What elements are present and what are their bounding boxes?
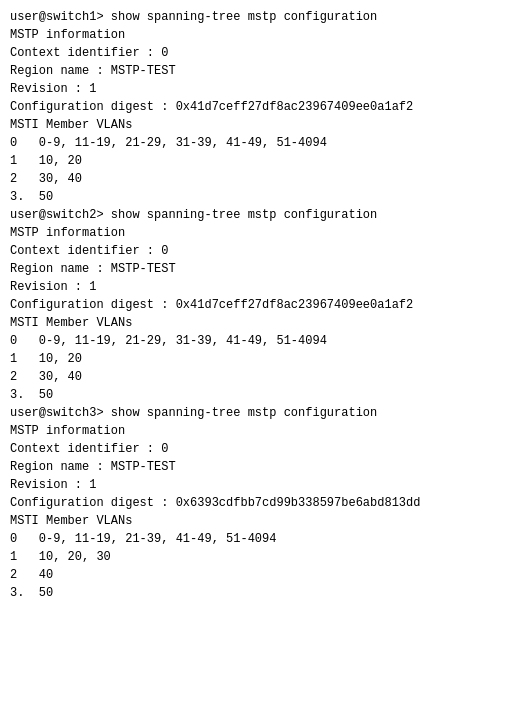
info-line: Context identifier : 0 — [10, 440, 515, 458]
info-line: Revision : 1 — [10, 80, 515, 98]
info-line: MSTP information — [10, 422, 515, 440]
msti-header: MSTI Member VLANs — [10, 314, 515, 332]
msti-row: 1 10, 20, 30 — [10, 548, 515, 566]
prompt-line: user@switch1> show spanning-tree mstp co… — [10, 8, 515, 26]
info-line: Revision : 1 — [10, 278, 515, 296]
info-line: Configuration digest : 0x41d7ceff27df8ac… — [10, 98, 515, 116]
msti-header: MSTI Member VLANs — [10, 116, 515, 134]
msti-row: 3. 50 — [10, 584, 515, 602]
msti-row: 3. 50 — [10, 386, 515, 404]
info-line: Revision : 1 — [10, 476, 515, 494]
msti-row: 0 0-9, 11-19, 21-29, 31-39, 41-49, 51-40… — [10, 134, 515, 152]
msti-row: 0 0-9, 11-19, 21-39, 41-49, 51-4094 — [10, 530, 515, 548]
msti-row: 2 40 — [10, 566, 515, 584]
prompt-line: user@switch3> show spanning-tree mstp co… — [10, 404, 515, 422]
info-line: MSTP information — [10, 224, 515, 242]
info-line: Region name : MSTP-TEST — [10, 260, 515, 278]
msti-row: 1 10, 20 — [10, 350, 515, 368]
info-line: Configuration digest : 0x6393cdfbb7cd99b… — [10, 494, 515, 512]
msti-header: MSTI Member VLANs — [10, 512, 515, 530]
info-line: Region name : MSTP-TEST — [10, 62, 515, 80]
info-line: Configuration digest : 0x41d7ceff27df8ac… — [10, 296, 515, 314]
info-line: MSTP information — [10, 26, 515, 44]
info-line: Context identifier : 0 — [10, 242, 515, 260]
msti-row: 2 30, 40 — [10, 170, 515, 188]
prompt-line: user@switch2> show spanning-tree mstp co… — [10, 206, 515, 224]
msti-row: 0 0-9, 11-19, 21-29, 31-39, 41-49, 51-40… — [10, 332, 515, 350]
terminal-block-switch1: user@switch1> show spanning-tree mstp co… — [10, 8, 515, 206]
msti-row: 3. 50 — [10, 188, 515, 206]
info-line: Context identifier : 0 — [10, 44, 515, 62]
msti-row: 1 10, 20 — [10, 152, 515, 170]
terminal-output: user@switch1> show spanning-tree mstp co… — [10, 8, 515, 602]
info-line: Region name : MSTP-TEST — [10, 458, 515, 476]
msti-row: 2 30, 40 — [10, 368, 515, 386]
terminal-block-switch2: user@switch2> show spanning-tree mstp co… — [10, 206, 515, 404]
terminal-block-switch3: user@switch3> show spanning-tree mstp co… — [10, 404, 515, 602]
